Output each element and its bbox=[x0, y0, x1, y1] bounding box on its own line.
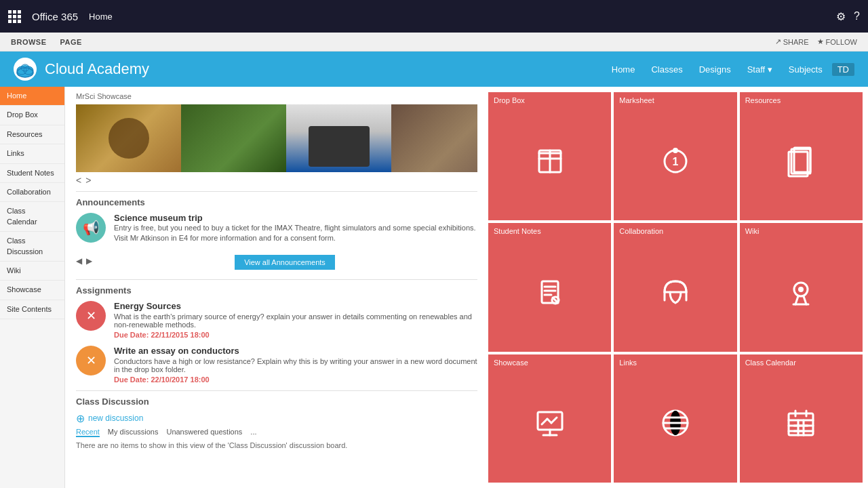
sidebar-item-wiki[interactable]: Wiki bbox=[0, 262, 64, 281]
showcase-carousel: "I am not pretty,I am not beautiful,I am… bbox=[76, 104, 477, 172]
assignment-body-1: What is the earth's primary source of en… bbox=[114, 312, 477, 329]
discussion-label: Class Discussion bbox=[76, 396, 477, 407]
sidebar-item-showcase[interactable]: Showcase bbox=[0, 281, 64, 300]
new-discussion-button[interactable]: ⊕ new discussion bbox=[76, 412, 477, 425]
sidebar: Home Drop Box Resources Links Student No… bbox=[0, 87, 65, 488]
follow-icon: ★ bbox=[817, 37, 824, 46]
collab-icon bbox=[658, 274, 693, 310]
view-all-button[interactable]: View all Announcements bbox=[235, 255, 335, 270]
tile-links[interactable]: Links bbox=[614, 354, 736, 483]
assignment-icon-1: ✕ bbox=[76, 301, 106, 331]
main-layout: Home Drop Box Resources Links Student No… bbox=[0, 87, 868, 488]
tab-more[interactable]: ... bbox=[250, 428, 256, 437]
svg-line-35 bbox=[551, 418, 557, 423]
page-tab[interactable]: PAGE bbox=[60, 38, 82, 46]
marksheet-icon: 1 bbox=[658, 144, 693, 179]
content-area: MrSci Showcase "I am not prett bbox=[65, 87, 488, 488]
top-bar: Office 365 Home ⚙ ? bbox=[0, 0, 868, 33]
sidebar-item-links[interactable]: Links bbox=[0, 144, 64, 163]
sidebar-item-dropbox[interactable]: Drop Box bbox=[0, 106, 64, 125]
svg-line-33 bbox=[542, 419, 547, 424]
svg-text:1: 1 bbox=[673, 156, 679, 167]
wiki-icon bbox=[783, 274, 818, 310]
tab-my-discussions[interactable]: My discussions bbox=[108, 428, 159, 437]
share-label: SHARE bbox=[783, 38, 809, 46]
carousel-img-3 bbox=[286, 104, 391, 172]
discussion-tabs: Recent My discussions Unanswered questio… bbox=[76, 428, 477, 437]
right-grid: Drop Box Marksheet 1 Resources bbox=[488, 87, 868, 488]
dropbox-icon bbox=[532, 144, 568, 179]
sidebar-item-class-calendar[interactable]: Class Calendar bbox=[0, 202, 64, 232]
assignment-content-2: Write an essay on conductors Conductors … bbox=[114, 346, 477, 384]
help-icon[interactable]: ? bbox=[854, 10, 860, 22]
discussion-empty: There are no items to show in this view … bbox=[76, 441, 477, 449]
announcement-icon: 📢 bbox=[76, 213, 106, 243]
top-bar-actions: ⚙ ? bbox=[836, 10, 860, 23]
sidebar-item-home[interactable]: Home bbox=[0, 87, 64, 106]
tile-resources-label: Resources bbox=[745, 96, 781, 104]
nav-subjects[interactable]: Subjects bbox=[782, 62, 829, 77]
site-title: Cloud Academy bbox=[45, 60, 149, 78]
tile-collaboration[interactable]: Collaboration bbox=[614, 223, 736, 351]
browse-tab[interactable]: BROWSE bbox=[11, 38, 47, 46]
announcement-body: Entry is free, but you need to buy a tic… bbox=[114, 223, 477, 244]
ann-next[interactable]: ▶ bbox=[86, 256, 92, 266]
assignment-due-2: Due Date: 22/10/2017 18:00 bbox=[114, 375, 477, 384]
tile-calendar-label: Class Calendar bbox=[745, 359, 796, 367]
nav-home[interactable]: Home bbox=[605, 62, 642, 77]
nav-staff[interactable]: Staff ▾ bbox=[741, 62, 779, 77]
assignments-label: Assignments bbox=[76, 285, 477, 296]
carousel-img-1 bbox=[76, 104, 181, 172]
svg-line-27 bbox=[795, 296, 798, 304]
carousel-prev[interactable]: < bbox=[76, 175, 81, 186]
announcement-nav: ◀ ▶ bbox=[76, 256, 92, 266]
calendar-icon bbox=[783, 405, 818, 441]
tile-showcase[interactable]: Showcase bbox=[488, 354, 611, 483]
tile-wiki-label: Wiki bbox=[745, 227, 760, 235]
sidebar-item-site-contents[interactable]: Site Contents bbox=[0, 300, 64, 319]
app-title: Office 365 bbox=[32, 11, 78, 22]
nav-classes[interactable]: Classes bbox=[644, 62, 689, 77]
waffle-icon[interactable] bbox=[8, 10, 21, 23]
tile-resources[interactable]: Resources bbox=[740, 92, 863, 220]
tile-wiki[interactable]: Wiki bbox=[740, 223, 863, 351]
sidebar-item-student-notes[interactable]: Student Notes bbox=[0, 164, 64, 183]
settings-icon[interactable]: ⚙ bbox=[836, 10, 846, 23]
carousel-nav: < > bbox=[76, 175, 477, 186]
assignment-body-2: Conductors have a high or low resistance… bbox=[114, 357, 477, 373]
tile-notes-label: Student Notes bbox=[494, 227, 541, 235]
td-badge: TD bbox=[832, 63, 854, 76]
showcase-icon bbox=[532, 405, 568, 441]
sidebar-item-resources[interactable]: Resources bbox=[0, 125, 64, 144]
carousel-next[interactable]: > bbox=[85, 175, 91, 186]
share-action[interactable]: ↗ SHARE bbox=[775, 37, 809, 46]
announcement-item: 📢 Science museum trip Entry is free, but… bbox=[76, 213, 477, 244]
site-nav: Home Classes Designs Staff ▾ Subjects TD bbox=[605, 62, 854, 77]
tile-showcase-label: Showcase bbox=[494, 359, 528, 367]
browse-bar: BROWSE PAGE ↗ SHARE ★ FOLLOW bbox=[0, 33, 868, 52]
links-icon bbox=[658, 405, 693, 441]
assignment-title-2: Write an essay on conductors bbox=[114, 346, 477, 356]
tile-dropbox[interactable]: Drop Box bbox=[488, 92, 611, 220]
sidebar-item-class-discussion[interactable]: Class Discussion bbox=[0, 232, 64, 262]
tile-collab-label: Collaboration bbox=[619, 227, 663, 235]
assignment-icon-2: ✕ bbox=[76, 346, 106, 375]
tile-student-notes[interactable]: Student Notes bbox=[488, 223, 611, 351]
tile-calendar[interactable]: Class Calendar bbox=[740, 354, 863, 483]
tab-recent[interactable]: Recent bbox=[76, 428, 100, 437]
svg-point-14 bbox=[673, 148, 678, 153]
tile-dropbox-label: Drop Box bbox=[494, 96, 525, 104]
tab-unanswered[interactable]: Unanswered questions bbox=[166, 428, 242, 437]
nav-designs[interactable]: Designs bbox=[692, 62, 738, 77]
follow-action[interactable]: ★ FOLLOW bbox=[817, 37, 857, 46]
site-logo bbox=[14, 58, 37, 81]
sidebar-item-collaboration[interactable]: Collaboration bbox=[0, 183, 64, 202]
resources-icon bbox=[783, 144, 818, 179]
assignment-title-1: Energy Sources bbox=[114, 301, 477, 311]
tile-marksheet[interactable]: Marksheet 1 bbox=[614, 92, 736, 220]
new-discussion-label: new discussion bbox=[88, 413, 143, 423]
ann-prev[interactable]: ◀ bbox=[76, 256, 82, 266]
carousel-img-4 bbox=[391, 104, 477, 172]
sites-link[interactable]: Home bbox=[89, 12, 113, 22]
svg-line-28 bbox=[804, 296, 806, 304]
